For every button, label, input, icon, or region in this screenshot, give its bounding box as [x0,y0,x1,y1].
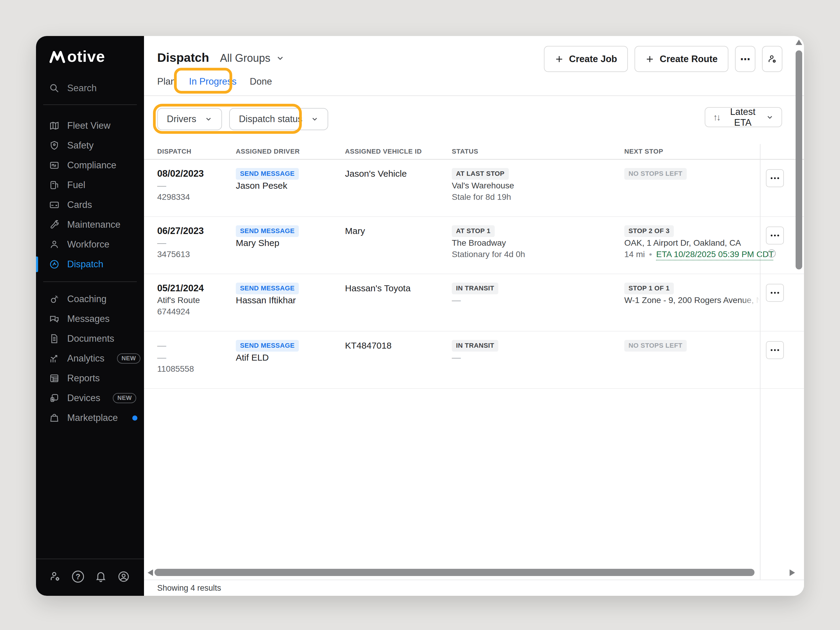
sidebar-item-workforce[interactable]: Workforce [36,235,144,254]
sidebar-item-reports[interactable]: Reports [36,368,144,388]
assign-user-button[interactable] [762,46,782,72]
sidebar-item-devices[interactable]: Devices NEW [36,388,144,408]
dispatch-route: — [157,352,166,363]
status-chip: IN TRANSIT [452,340,498,352]
status-location: — [452,352,461,363]
sidebar-item-label: Documents [67,333,114,344]
sidebar-item-marketplace[interactable]: Marketplace [36,408,144,428]
fuel-pump-icon [49,180,59,190]
scroll-right-arrow[interactable] [789,569,795,576]
drivers-filter-dropdown[interactable]: Drivers [157,108,222,130]
compliance-icon [49,160,59,171]
horizontal-scrollbar-thumb[interactable] [155,569,755,576]
sidebar-item-dispatch[interactable]: Dispatch [36,254,144,274]
motive-logo-text: otive [67,49,105,63]
sidebar-item-compliance[interactable]: Compliance [36,155,144,175]
more-actions-button[interactable]: ⋯ [735,46,755,72]
new-badge: NEW [113,393,136,403]
next-stop-chip: NO STOPS LEFT [624,168,687,180]
row-more-actions-button[interactable] [766,169,784,187]
dispatch-cell: 05/21/2024 Atif's Route 6744924 [157,282,236,331]
sidebar-search-label: Search [67,83,96,93]
create-job-button[interactable]: Create Job [544,46,628,72]
chevron-down-icon [766,114,774,121]
sidebar-item-messages[interactable]: Messages [36,309,144,329]
vehicle-cell: Jason's Vehicle [345,167,452,216]
vertical-scrollbar-thumb[interactable] [796,51,802,269]
send-message-chip[interactable]: SEND MESSAGE [236,340,299,352]
admin-user-gear-button[interactable] [49,571,61,583]
dispatch-route: — [157,181,166,191]
table-row[interactable]: 08/02/2023 — 4298334 SEND MESSAGE Jason … [144,159,804,217]
tab-done[interactable]: Done [250,76,272,95]
user-gear-icon [49,571,61,583]
sidebar-item-documents[interactable]: Documents [36,329,144,349]
driver-name: Hassan Iftikhar [236,295,296,305]
row-more-actions-button[interactable] [766,341,784,359]
status-cell: IN TRANSIT — [452,339,624,388]
scroll-up-arrow[interactable] [796,39,802,45]
search-icon [49,83,59,93]
status-detail: Stationary for 4d 0h [452,249,525,259]
status-location: The Broadway [452,238,506,248]
sidebar-item-label: Maintenance [67,219,121,230]
send-message-chip[interactable]: SEND MESSAGE [236,283,299,294]
dispatch-id: 11085558 [157,364,194,374]
table-row[interactable]: — — 11085558 SEND MESSAGE Atif ELD KT484… [144,332,804,389]
driver-name: Jason Pesek [236,181,287,191]
sidebar-item-coaching[interactable]: Coaching [36,289,144,309]
page: { "sidebar": { "logo": "otive", "search_… [0,0,840,630]
tab-plan[interactable]: Plan [157,76,176,95]
driver-cell: SEND MESSAGE Mary Shep [236,225,345,273]
sidebar-item-fleet-view[interactable]: Fleet View [36,116,144,136]
chat-bubbles-icon [49,314,59,324]
shield-icon [49,141,59,151]
eta-link[interactable]: ETA 10/28/2025 05:39 PM CDT [656,249,774,259]
page-title: Dispatch [157,49,209,66]
plus-icon [555,55,564,63]
table-row[interactable]: 05/21/2024 Atif's Route 6744924 SEND MES… [144,274,804,332]
user-circle-icon [118,571,129,583]
sidebar-nav-primary: Fleet View Safety Compliance Fuel Cards … [36,116,144,274]
dispatch-date: 05/21/2024 [157,283,204,294]
vehicle-id: Mary [345,226,365,236]
vehicle-id: KT4847018 [345,341,392,351]
column-header-assigned-vehicle-id: ASSIGNED VEHICLE ID [345,148,452,155]
status-chip: AT LAST STOP [452,168,509,180]
dispatch-cell: 08/02/2023 — 4298334 [157,167,236,216]
sidebar-item-maintenance[interactable]: Maintenance [36,215,144,235]
sidebar-item-safety[interactable]: Safety [36,136,144,155]
table-row[interactable]: 06/27/2023 — 3475613 SEND MESSAGE Mary S… [144,217,804,274]
shopping-bag-icon [49,413,59,423]
scroll-left-arrow[interactable] [148,569,153,576]
account-button[interactable] [118,571,129,583]
sidebar-item-fuel[interactable]: Fuel [36,175,144,195]
info-icon [767,249,777,258]
send-message-chip[interactable]: SEND MESSAGE [236,168,299,180]
sidebar-bottom-bar: ? [36,559,144,596]
status-cell: IN TRANSIT — [452,282,624,331]
next-stop-distance: 14 mi [624,249,645,259]
sidebar-item-analytics[interactable]: Analytics NEW [36,349,144,368]
active-indicator-bar [36,256,38,272]
driver-cell: SEND MESSAGE Jason Pesek [236,167,345,216]
notifications-button[interactable] [95,571,107,583]
dispatch-status-filter-dropdown[interactable]: Dispatch status [229,108,328,130]
create-route-button[interactable]: Create Route [635,46,728,72]
sidebar-search[interactable]: Search [49,83,144,93]
vehicle-cell: Hassan's Toyota [345,282,452,331]
row-more-actions-button[interactable] [766,226,784,245]
wrench-icon [49,219,59,230]
next-stop-address: OAK, 1 Airport Dr, Oakland, CA [624,238,741,248]
header-actions: Create Job Create Route ⋯ [544,46,782,72]
motive-logo: otive [49,49,144,63]
sidebar-item-label: Devices [67,393,100,404]
help-button[interactable]: ? [72,571,84,583]
send-message-chip[interactable]: SEND MESSAGE [236,225,299,237]
sidebar-item-label: Workforce [67,239,109,250]
row-more-actions-button[interactable] [766,284,784,302]
tab-in-progress[interactable]: In Progress [189,76,237,95]
group-selector[interactable]: All Groups [220,51,285,66]
sort-dropdown[interactable]: ↑↓ Latest ETA [705,107,782,127]
sidebar-item-cards[interactable]: Cards [36,195,144,215]
